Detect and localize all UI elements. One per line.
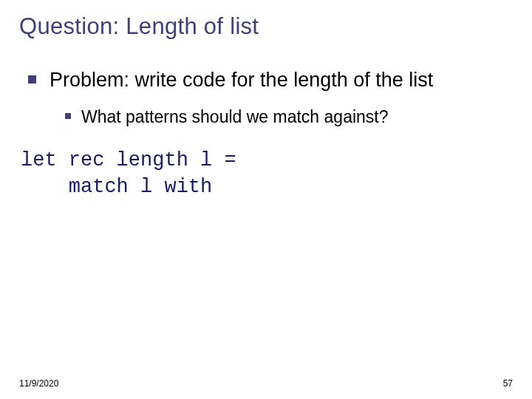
footer: 11/9/2020 57 [19,378,513,389]
code-line: match l with [21,176,212,198]
footer-page-number: 57 [503,378,513,389]
code-block: let rec length l = match l with [19,147,513,201]
bullet-l2-text: What patterns should we match against? [81,106,389,128]
slide-title: Question: Length of list [19,13,513,40]
bullet-l1-text: Problem: write code for the length of th… [50,68,433,93]
bullet-level-1: Problem: write code for the length of th… [19,68,513,93]
footer-date: 11/9/2020 [19,378,58,389]
square-bullet-icon [65,113,71,119]
code-line: let rec length l = [21,149,236,171]
slide: Question: Length of list Problem: write … [0,0,532,399]
square-bullet-icon [28,75,36,83]
bullet-level-2: What patterns should we match against? [19,106,513,128]
